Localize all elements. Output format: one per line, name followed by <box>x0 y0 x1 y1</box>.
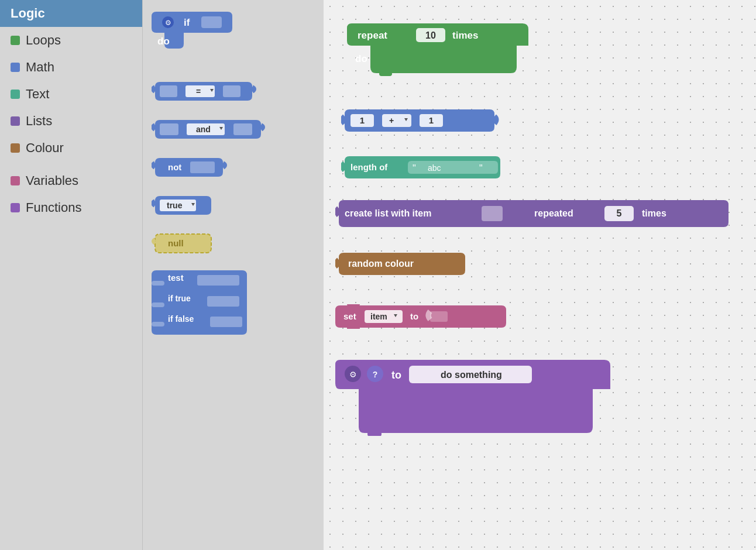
svg-text:?: ? <box>373 370 378 379</box>
svg-text:create list with item: create list with item <box>345 208 432 218</box>
if-block[interactable]: ⚙ if do <box>152 12 315 67</box>
svg-text:to: to <box>391 369 401 381</box>
math-block[interactable]: 1 + 1 <box>341 108 499 135</box>
svg-rect-33 <box>359 23 372 26</box>
svg-text:times: times <box>452 30 478 41</box>
svg-rect-31 <box>210 317 242 327</box>
null-block[interactable]: null <box>152 232 315 257</box>
svg-rect-58 <box>347 304 360 306</box>
svg-text:⚙: ⚙ <box>165 19 171 27</box>
svg-text:length of: length of <box>350 162 388 172</box>
svg-text:times: times <box>642 208 666 218</box>
svg-text:true: true <box>167 201 183 210</box>
sidebar-label-math: Math <box>26 60 54 75</box>
svg-text:": " <box>413 163 416 173</box>
svg-text:null: null <box>168 238 184 248</box>
svg-text:abc: abc <box>428 163 441 173</box>
sidebar-item-colour[interactable]: Colour <box>0 135 142 161</box>
svg-rect-42 <box>382 114 411 127</box>
sidebar-item-text[interactable]: Text <box>0 81 142 108</box>
svg-text:=: = <box>196 87 201 96</box>
svg-rect-4 <box>201 16 222 28</box>
svg-rect-17 <box>190 161 215 173</box>
set-variable-block[interactable]: set item to <box>335 304 511 331</box>
svg-rect-0 <box>163 12 176 15</box>
sidebar: Logic Loops Math Text Lists Colour Varia… <box>0 0 142 550</box>
svg-rect-29 <box>207 296 239 307</box>
canvas: repeat 10 times do 1 + 1 <box>324 0 756 550</box>
svg-rect-15 <box>233 123 252 135</box>
equals-block[interactable]: = <box>152 80 315 105</box>
sidebar-item-math[interactable]: Math <box>0 54 142 81</box>
svg-text:1: 1 <box>360 115 365 125</box>
create-list-block[interactable]: create list with item repeated 5 times <box>335 199 733 231</box>
svg-rect-59 <box>347 326 360 329</box>
svg-text:⚙: ⚙ <box>349 370 357 379</box>
svg-rect-27 <box>197 275 239 286</box>
svg-rect-67 <box>367 431 382 436</box>
sidebar-item-loops[interactable]: Loops <box>0 27 142 54</box>
svg-text:random colour: random colour <box>348 259 414 269</box>
svg-text:if: if <box>184 17 190 28</box>
svg-text:test: test <box>168 273 184 283</box>
svg-text:10: 10 <box>425 30 436 40</box>
svg-text:set: set <box>343 311 356 321</box>
svg-rect-22 <box>152 281 164 286</box>
svg-rect-10 <box>223 85 240 97</box>
svg-text:if false: if false <box>168 314 194 324</box>
svg-text:to: to <box>410 311 418 321</box>
svg-text:5: 5 <box>617 208 622 218</box>
functions-color-dot <box>11 203 20 212</box>
svg-rect-34 <box>379 71 392 76</box>
svg-text:1: 1 <box>429 115 434 125</box>
svg-text:repeated: repeated <box>534 208 573 218</box>
svg-text:repeat: repeat <box>358 30 387 41</box>
not-block[interactable]: not <box>152 156 315 181</box>
variables-color-dot <box>11 176 20 185</box>
text-color-dot <box>11 90 20 99</box>
svg-text:and: and <box>196 125 211 134</box>
svg-rect-65 <box>430 311 448 322</box>
sidebar-label-variables: Variables <box>26 173 78 188</box>
svg-rect-6 <box>160 85 177 97</box>
svg-rect-24 <box>152 322 164 326</box>
text-length-block[interactable]: length of " abc " <box>341 155 505 182</box>
svg-text:item: item <box>370 312 387 321</box>
sidebar-item-lists[interactable]: Lists <box>0 108 142 135</box>
function-definition-block[interactable]: ⚙ ? to do something <box>335 360 616 438</box>
blocks-panel: ⚙ if do = <box>142 0 324 550</box>
sidebar-label-lists: Lists <box>26 114 52 129</box>
sidebar-label-logic: Logic <box>11 6 45 21</box>
svg-rect-52 <box>482 206 503 221</box>
sidebar-label-functions: Functions <box>26 200 81 215</box>
ternary-block[interactable]: test if true if false <box>152 270 315 337</box>
svg-rect-11 <box>160 123 178 135</box>
sidebar-item-functions[interactable]: Functions <box>0 194 142 221</box>
and-block[interactable]: and <box>152 118 315 143</box>
svg-rect-32 <box>163 332 176 335</box>
sidebar-label-loops: Loops <box>26 33 61 48</box>
sidebar-label-colour: Colour <box>26 140 64 156</box>
loops-color-dot <box>11 36 20 45</box>
math-color-dot <box>11 63 20 72</box>
sidebar-label-text: Text <box>26 87 49 102</box>
svg-text:do: do <box>157 36 170 47</box>
svg-text:do: do <box>355 53 367 64</box>
sidebar-item-variables[interactable]: Variables <box>0 167 142 194</box>
colour-color-dot <box>11 143 20 153</box>
repeat-block[interactable]: repeat 10 times do <box>347 23 534 84</box>
svg-text:if true: if true <box>168 294 191 303</box>
svg-rect-66 <box>348 360 362 363</box>
true-block[interactable]: true <box>152 194 315 219</box>
svg-text:do something: do something <box>441 370 502 380</box>
colour-block[interactable]: random colour <box>335 252 470 279</box>
svg-rect-23 <box>152 302 164 307</box>
svg-text:": " <box>479 163 483 173</box>
svg-text:not: not <box>168 162 181 172</box>
lists-color-dot <box>11 116 20 126</box>
sidebar-item-logic[interactable]: Logic <box>0 0 142 27</box>
svg-text:+: + <box>389 116 394 125</box>
